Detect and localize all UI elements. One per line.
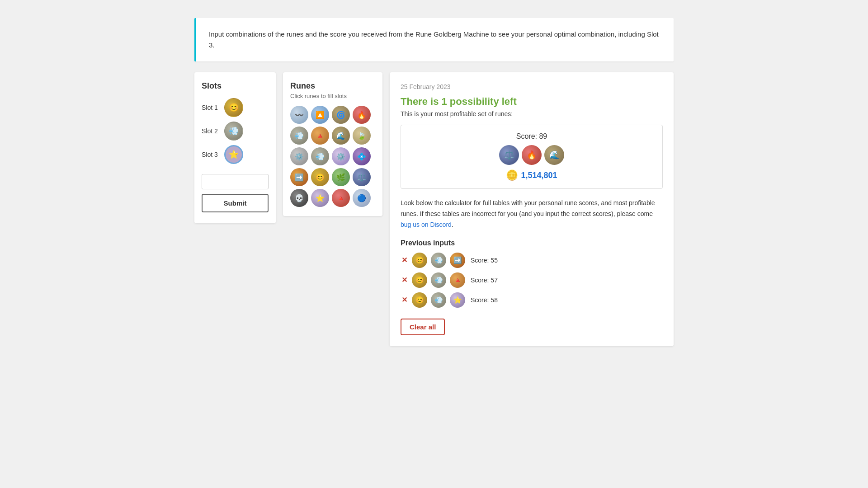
rune-smoke-2[interactable]: 💨 — [311, 147, 329, 165]
clear-all-button[interactable]: Clear all — [401, 319, 445, 335]
rune-fire[interactable]: 🔥 — [353, 106, 371, 124]
prev-input-row-3: ✕ 😊 💨 ⭐ Score: 58 — [401, 292, 663, 308]
gold-value: 1,514,801 — [521, 171, 557, 180]
prev-inputs-title: Previous inputs — [401, 239, 663, 247]
runes-subtitle: Click runes to fill slots — [290, 93, 375, 99]
rune-fire-2[interactable]: 🔺 — [332, 189, 350, 207]
slot-3-label: Slot 3 — [202, 151, 220, 158]
info-text-1: Look below the calculator for full table… — [401, 199, 655, 217]
intro-text: Input combinations of the runes and the … — [209, 29, 661, 51]
rune-mud[interactable]: 🌊 — [332, 127, 350, 145]
rune-water[interactable]: 🔼 — [311, 106, 329, 124]
gold-icon: 🪙 — [506, 169, 518, 181]
prev-2-rune-3: 🔺 — [450, 272, 465, 288]
results-panel: 25 February 2023 There is 1 possibility … — [390, 72, 674, 346]
intro-banner: Input combinations of the runes and the … — [194, 18, 674, 61]
rune-gold[interactable]: 😊 — [311, 168, 329, 186]
rune-air[interactable]: 〰️ — [290, 106, 308, 124]
rune-dust[interactable]: 🍃 — [353, 127, 371, 145]
prev-1-rune-1: 😊 — [412, 253, 427, 268]
prev-2-rune-1: 😊 — [412, 272, 427, 288]
rune-balance[interactable]: ⚖️ — [353, 168, 371, 186]
rune-cosmic[interactable]: 💠 — [353, 147, 371, 165]
possibility-subtitle: This is your most profitable set of rune… — [401, 110, 663, 117]
prev-1-rune-2: 💨 — [431, 253, 446, 268]
slot-1-icon[interactable]: 😊 — [224, 98, 243, 117]
prev-1-score: Score: 55 — [471, 257, 498, 264]
rune-earth[interactable]: 🌀 — [332, 106, 350, 124]
runes-title: Runes — [290, 81, 375, 91]
rune-astral[interactable]: ⚙️ — [332, 147, 350, 165]
rune-smoke[interactable]: 💨 — [290, 127, 308, 145]
best-score-label: Score: 89 — [410, 132, 653, 141]
best-rune-2: 🔥 — [522, 145, 542, 165]
remove-entry-1[interactable]: ✕ — [401, 257, 408, 264]
previous-inputs-section: Previous inputs ✕ 😊 💨 ➡️ Score: 55 ✕ 😊 💨… — [401, 239, 663, 335]
submit-button[interactable]: Submit — [202, 194, 269, 212]
slot-2-label: Slot 2 — [202, 127, 220, 135]
possibility-title: There is 1 possibility left — [401, 96, 663, 108]
gold-amount: 🪙 1,514,801 — [410, 169, 653, 181]
rune-law[interactable]: ⚙️ — [290, 147, 308, 165]
prev-1-rune-3: ➡️ — [450, 253, 465, 268]
slot-1-label: Slot 1 — [202, 104, 220, 111]
rune-mist[interactable]: 🔵 — [353, 189, 371, 207]
prev-3-rune-1: 😊 — [412, 292, 427, 308]
slot-3-icon[interactable]: ⭐ — [224, 145, 243, 164]
prev-input-row-1: ✕ 😊 💨 ➡️ Score: 55 — [401, 253, 663, 268]
remove-entry-3[interactable]: ✕ — [401, 296, 408, 304]
main-content: Slots Slot 1 😊 Slot 2 💨 Slot 3 ⭐ Submit … — [194, 72, 674, 346]
prev-2-score: Score: 57 — [471, 277, 498, 284]
info-text-2: . — [452, 221, 453, 228]
slots-title: Slots — [202, 81, 269, 91]
rune-death[interactable]: 💀 — [290, 189, 308, 207]
slot-2-icon[interactable]: 💨 — [224, 122, 243, 141]
runes-panel: Runes Click runes to fill slots 〰️ 🔼 🌀 🔥… — [283, 72, 382, 216]
best-rune-3: 🌊 — [544, 145, 564, 165]
prev-3-score: Score: 58 — [471, 296, 498, 304]
runes-grid: 〰️ 🔼 🌀 🔥 💨 🔺 🌊 🍃 ⚙️ 💨 ⚙️ 💠 ➡️ 😊 🌿 ⚖️ — [290, 106, 375, 207]
score-input[interactable] — [202, 174, 269, 189]
slots-panel: Slots Slot 1 😊 Slot 2 💨 Slot 3 ⭐ Submit — [194, 72, 276, 223]
info-text: Look below the calculator for full table… — [401, 198, 663, 230]
prev-input-row-2: ✕ 😊 💨 🔺 Score: 57 — [401, 272, 663, 288]
rune-nature[interactable]: 🌿 — [332, 168, 350, 186]
rune-soul[interactable]: ⭐ — [311, 189, 329, 207]
best-rune-1: ⚖️ — [499, 145, 519, 165]
rune-chaos[interactable]: 🔺 — [311, 127, 329, 145]
prev-3-rune-3: ⭐ — [450, 292, 465, 308]
remove-entry-2[interactable]: ✕ — [401, 277, 408, 284]
prev-3-rune-2: 💨 — [431, 292, 446, 308]
slot-row-2: Slot 2 💨 — [202, 122, 269, 141]
best-combo-runes: ⚖️ 🔥 🌊 — [410, 145, 653, 165]
slot-row-1: Slot 1 😊 — [202, 98, 269, 117]
results-date: 25 February 2023 — [401, 83, 663, 90]
best-combo-box: Score: 89 ⚖️ 🔥 🌊 🪙 1,514,801 — [401, 125, 663, 189]
prev-2-rune-2: 💨 — [431, 272, 446, 288]
rune-lava[interactable]: ➡️ — [290, 168, 308, 186]
discord-link[interactable]: bug us on Discord — [401, 221, 452, 228]
slot-row-3: Slot 3 ⭐ — [202, 145, 269, 164]
